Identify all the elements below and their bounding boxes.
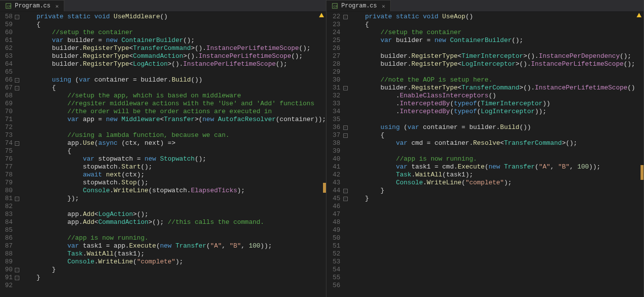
scroll-marker (323, 183, 326, 193)
fold-gutter-left[interactable]: −−−−−−− (13, 12, 22, 297)
fold-toggle[interactable]: − (15, 86, 19, 90)
scroll-marker (641, 165, 644, 180)
code-area-right[interactable]: 2223242526272829303132333435363738394041… (326, 12, 644, 297)
fold-toggle[interactable]: − (343, 197, 348, 201)
fold-toggle[interactable]: − (343, 133, 348, 138)
tab-label: Program.cs (341, 2, 377, 9)
fold-toggle[interactable]: − (15, 78, 19, 83)
warning-icon[interactable] (319, 13, 324, 17)
svg-text:c#: c# (333, 4, 337, 8)
line-numbers-left: 5859606162636465666768697071727374757677… (0, 12, 13, 297)
tab-label: Program.cs (15, 2, 50, 9)
fold-gutter-right[interactable]: −−−−−− (340, 12, 350, 297)
close-icon[interactable]: ✕ (53, 3, 59, 9)
warning-icon[interactable] (637, 13, 642, 17)
fold-toggle[interactable]: − (15, 141, 19, 146)
fold-toggle[interactable]: − (15, 15, 19, 19)
fold-toggle[interactable]: − (343, 189, 348, 193)
fold-toggle[interactable]: − (15, 268, 19, 272)
code-content-left[interactable]: private static void UseMiddleare(){ //se… (22, 12, 326, 297)
svg-text:c#: c# (7, 4, 11, 8)
fold-toggle[interactable]: − (343, 15, 348, 19)
tab-bar-left: c# Program.cs ✕ (0, 0, 326, 12)
csharp-file-icon: c# (331, 2, 338, 9)
close-icon[interactable]: ✕ (380, 3, 385, 9)
fold-toggle[interactable]: − (15, 276, 19, 280)
fold-toggle[interactable]: − (343, 86, 348, 90)
editor-pane-right: c# Program.cs ✕ 222324252627282930313233… (326, 0, 644, 297)
tab-program-cs-right[interactable]: c# Program.cs ✕ (326, 0, 391, 11)
fold-toggle[interactable]: − (15, 197, 19, 201)
tab-program-cs-left[interactable]: c# Program.cs ✕ (0, 0, 64, 11)
csharp-file-icon: c# (5, 2, 12, 9)
code-content-right[interactable]: private static void UseAop(){ //setup th… (350, 12, 644, 297)
editor-pane-left: c# Program.cs ✕ 585960616263646566676869… (0, 0, 326, 297)
line-numbers-right: 2223242526272829303132333435363738394041… (326, 12, 340, 297)
code-area-left[interactable]: 5859606162636465666768697071727374757677… (0, 12, 326, 297)
fold-toggle[interactable]: − (343, 126, 348, 130)
tab-bar-right: c# Program.cs ✕ (326, 0, 644, 12)
